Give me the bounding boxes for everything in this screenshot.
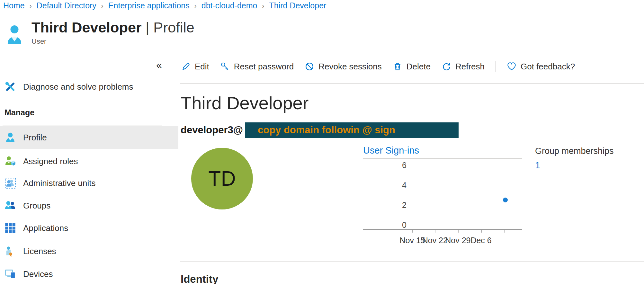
toolbar-rule	[180, 83, 644, 84]
sidebar-item-label: Administrative units	[23, 178, 95, 188]
chart-y-tick-label: 2	[394, 200, 407, 210]
blocked-icon	[305, 62, 314, 71]
title-subtitle: Profile	[153, 19, 194, 36]
page-header: Third Developer | Profile User	[6, 19, 194, 46]
revoke-sessions-button[interactable]: Revoke sessions	[305, 62, 382, 72]
assigned-roles-icon	[4, 155, 16, 167]
sidebar-item-diagnose[interactable]: Diagnose and solve problems	[0, 77, 178, 96]
sidebar-item-groups[interactable]: Groups	[0, 194, 178, 217]
user-principal-name: developer3@ copy domain followin @ sign	[181, 122, 459, 138]
groups-icon	[4, 200, 16, 211]
breadcrumb-third-developer[interactable]: Third Developer	[269, 1, 326, 10]
breadcrumb-default-directory[interactable]: Default Directory	[37, 1, 96, 10]
applications-grid-icon	[4, 222, 16, 234]
breadcrumb-enterprise-applications[interactable]: Enterprise applications	[108, 1, 190, 10]
breadcrumb-dbt-cloud-demo[interactable]: dbt-cloud-demo	[201, 1, 257, 10]
section-divider	[180, 262, 644, 262]
administrative-units-icon	[4, 177, 16, 189]
chart-x-tick	[435, 230, 435, 233]
sidebar-item-licenses[interactable]: Licenses	[0, 240, 178, 262]
pencil-icon	[181, 62, 191, 71]
sidebar-item-label: Applications	[23, 223, 68, 233]
breadcrumb-separator: ›	[194, 2, 197, 10]
sidebar-item-administrative-units[interactable]: Administrative units	[0, 172, 178, 194]
signin-chart: User Sign-ins 0246Nov 15Nov 22Nov 29Dec …	[363, 145, 522, 258]
breadcrumb-separator: ›	[30, 2, 32, 10]
chart-x-tick	[481, 230, 482, 233]
chart-x-axis	[363, 229, 522, 230]
sidebar-item-devices[interactable]: Devices	[0, 263, 178, 284]
chart-y-tick-label: 4	[394, 181, 407, 190]
breadcrumb: Home › Default Directory › Enterprise ap…	[3, 1, 326, 10]
licenses-icon	[4, 245, 16, 257]
page-title: Third Developer | Profile	[31, 19, 194, 36]
object-type-label: User	[31, 37, 194, 46]
sidebar-section-manage: Manage	[4, 108, 34, 117]
chart-y-tick-label: 6	[394, 161, 407, 170]
person-icon	[4, 132, 16, 143]
trash-icon	[393, 62, 402, 71]
signin-chart-title[interactable]: User Sign-ins	[363, 145, 419, 156]
chart-x-tick-label: Dec 6	[462, 236, 500, 245]
diagnose-tools-icon	[4, 81, 16, 93]
edit-button[interactable]: Edit	[181, 62, 209, 72]
sidebar-collapse-button[interactable]: «	[156, 59, 162, 71]
signin-chart-plot: 0246Nov 15Nov 22Nov 29Dec 6	[363, 159, 522, 258]
chart-x-tick	[412, 230, 413, 233]
chart-x-tick	[458, 230, 459, 233]
user-avatar-icon	[6, 19, 22, 46]
group-memberships-label: Group memberships	[535, 146, 614, 156]
title-separator: |	[146, 19, 149, 36]
toolbar-divider	[496, 61, 496, 72]
breadcrumb-separator: ›	[101, 2, 103, 10]
command-toolbar: Edit Reset password Revoke sessions Dele…	[181, 61, 575, 72]
group-memberships: Group memberships 1	[535, 146, 614, 171]
breadcrumb-separator: ›	[262, 2, 264, 10]
chart-y-tick-label: 0	[394, 220, 407, 230]
avatar: TD	[191, 148, 253, 209]
reset-password-button[interactable]: Reset password	[220, 62, 294, 72]
sidebar-item-label: Devices	[23, 269, 53, 279]
group-memberships-count-link[interactable]: 1	[535, 160, 614, 171]
breadcrumb-home[interactable]: Home	[3, 1, 25, 10]
sidebar-item-applications[interactable]: Applications	[0, 217, 178, 239]
got-feedback-button[interactable]: Got feedback?	[507, 62, 575, 72]
chart-x-tick	[504, 230, 505, 233]
sidebar-item-label: Diagnose and solve problems	[23, 82, 133, 92]
username-prefix: developer3@	[181, 124, 243, 136]
redaction-overlay: copy domain followin @ sign	[245, 122, 459, 138]
refresh-icon	[442, 62, 451, 71]
sidebar-item-label: Profile	[23, 133, 47, 143]
user-display-name: Third Developer	[181, 93, 309, 113]
key-icon	[220, 62, 230, 71]
refresh-button[interactable]: Refresh	[442, 62, 485, 72]
delete-button[interactable]: Delete	[393, 62, 431, 72]
sidebar-item-label: Assigned roles	[23, 156, 78, 166]
chart-data-point	[503, 198, 508, 202]
heart-icon	[507, 62, 516, 71]
sidebar-item-label: Licenses	[23, 246, 56, 256]
devices-icon	[4, 268, 16, 280]
identity-section-heading: Identity	[181, 273, 218, 284]
sidebar-item-profile[interactable]: Profile	[0, 126, 178, 149]
sidebar-item-assigned-roles[interactable]: Assigned roles	[0, 150, 178, 173]
sidebar-item-label: Groups	[23, 201, 50, 211]
